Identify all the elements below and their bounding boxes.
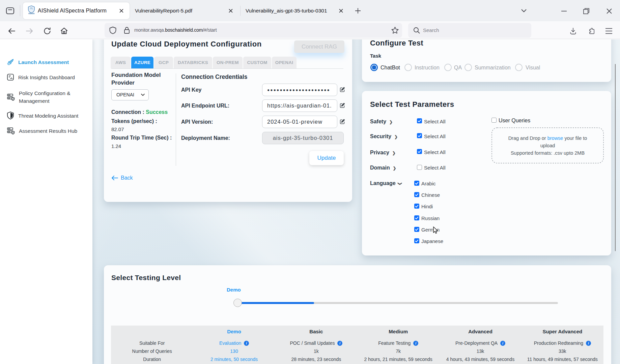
- svg-text:AIShield: AIShield: [28, 13, 34, 14]
